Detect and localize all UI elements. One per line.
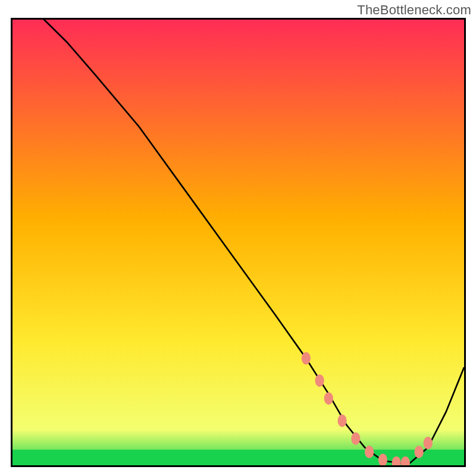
marker-dot	[337, 415, 346, 427]
marker-dot	[324, 392, 333, 405]
plot-area	[11, 18, 466, 467]
plot-svg	[12, 20, 464, 465]
marker-dot	[302, 352, 311, 365]
marker-dot	[424, 437, 433, 449]
background-gradient	[12, 20, 464, 465]
marker-dot	[351, 433, 360, 445]
marker-dot	[365, 446, 374, 458]
watermark-text: TheBottleneck.com	[357, 2, 471, 18]
marker-dot	[415, 446, 424, 458]
marker-dot	[315, 374, 324, 387]
chart-frame: TheBottleneck.com	[0, 0, 476, 476]
